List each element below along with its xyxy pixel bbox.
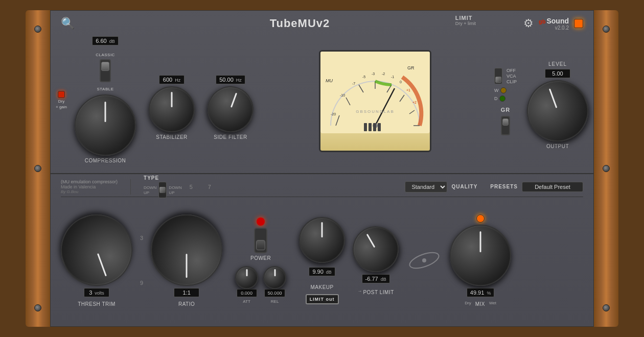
mix-led [476, 214, 485, 223]
toggle-mini-handle [495, 77, 501, 83]
sound-text: Sound [546, 17, 569, 25]
off-vca-clip-toggle[interactable] [494, 68, 502, 84]
thresh-trim-section: 3 volts THRESH TRIM [61, 214, 132, 307]
type-toggle[interactable] [158, 182, 167, 198]
svg-text:-1: -1 [391, 75, 394, 79]
power-toggle-handle [256, 240, 265, 250]
divider-1 [130, 179, 131, 195]
quality-section: Standard QUALITY [405, 181, 477, 192]
limit-header-section: LIMIT Dry + limit [455, 15, 476, 26]
top-controls-row: Dry + gain 6.60 dB CLASSIC [51, 36, 593, 168]
dry-limit-label: Dry + limit [455, 21, 476, 26]
vu-meter-area: MU GR [266, 47, 484, 152]
up-label: UP [169, 190, 181, 195]
toggle-handle [101, 62, 109, 71]
mix-knob[interactable] [450, 225, 511, 286]
svg-text:GR: GR [407, 65, 415, 70]
ratio-knob[interactable] [151, 214, 222, 286]
type-section: TYPE DOWN UP DOWN UP [144, 175, 182, 198]
svg-text:-3: -3 [372, 72, 375, 76]
mix-dry-label: Dry [465, 301, 471, 305]
level-label: LEVEL [548, 61, 567, 67]
rel-knob[interactable] [263, 266, 286, 289]
power-led [257, 218, 265, 226]
d-led [499, 95, 505, 102]
w-led [500, 87, 507, 93]
rel-value: 50.000 [264, 289, 286, 297]
output-label: OUTPUT [546, 143, 569, 149]
power-toggle[interactable] [254, 228, 267, 253]
post-limit-knob[interactable] [344, 218, 407, 280]
makeup-knob[interactable] [299, 217, 345, 263]
vu-meter: MU GR [319, 50, 431, 152]
mix-value-display: 49.91 % [467, 288, 495, 297]
ratio-markers-top: 5 7 [190, 184, 211, 190]
post-limit-section: -6.77 dB → POST LIMIT [353, 226, 399, 295]
post-limit-value-display: -6.77 dB [362, 274, 390, 283]
top-section: 🔍 TubeMUv2 ⚙ gb Sound v2.0.2 [51, 11, 593, 174]
rel-label: REL [271, 299, 279, 304]
stabilizer-knob[interactable] [149, 86, 195, 132]
gb-logo [406, 243, 442, 278]
off-vca-clip-row: OFF VCA CLIP [494, 68, 517, 84]
makeup-value-display: 9.90 dB [309, 267, 335, 276]
stabilizer-label: STABILIZER [156, 134, 188, 140]
dry-gain-led [58, 91, 65, 98]
side-filter-knob[interactable] [201, 80, 260, 138]
compression-knob[interactable] [75, 94, 136, 156]
power-label: POWER [250, 255, 271, 261]
bottom-main-controls: 3 volts THRESH TRIM 3 9 1:1 RATIO [61, 200, 583, 321]
stabilizer-value-display: 600 Hz [159, 75, 185, 84]
info-block: (MU emulation compressor) Made in Valenc… [61, 179, 118, 194]
preset-display[interactable]: Default Preset [522, 182, 583, 192]
svg-text:0: 0 [400, 80, 402, 84]
presets-label: PRESETS [490, 184, 518, 189]
screw-tr [603, 26, 610, 33]
output-value-display: 5.00 [545, 69, 570, 78]
w-item: W [494, 87, 507, 93]
quality-dropdown[interactable]: Standard [405, 181, 447, 192]
screw-ml [34, 165, 41, 172]
screw-bl [34, 304, 41, 311]
main-panel: 🔍 TubeMUv2 ⚙ gb Sound v2.0.2 [50, 10, 594, 327]
thresh-trim-knob[interactable] [51, 204, 142, 296]
output-knob[interactable] [518, 71, 597, 150]
dry-gain-section: Dry + gain [56, 91, 67, 109]
att-value: 0.000 [237, 289, 257, 297]
gb-brand-text: gb [539, 18, 545, 25]
d-item: D [494, 95, 506, 102]
gr-toggle[interactable] [501, 116, 510, 135]
gr-toggle-handle [502, 118, 509, 126]
thresh-trim-value: 3 volts [84, 288, 109, 297]
svg-rect-24 [364, 123, 367, 131]
svg-rect-27 [378, 123, 381, 131]
svg-text:+1: +1 [406, 88, 410, 92]
svg-rect-25 [369, 123, 372, 131]
svg-text:-10: -10 [340, 93, 345, 97]
svg-text:+2: +2 [412, 101, 417, 104]
plugin-title: TubeMUv2 [270, 17, 330, 30]
stabilizer-section: 600 Hz STABILIZER [149, 75, 195, 140]
gear-button[interactable]: ⚙ [523, 17, 534, 30]
classic-toggle[interactable] [100, 59, 111, 82]
svg-point-29 [422, 258, 426, 262]
ratio-section: 1:1 RATIO [151, 214, 222, 307]
makeup-section: 9.90 dB MAKEUP LIMIT out [299, 217, 345, 304]
mix-section: 49.91 % Dry MIX Wet [450, 214, 511, 307]
type-label: TYPE [144, 175, 159, 181]
svg-rect-26 [373, 123, 376, 131]
search-button[interactable]: 🔍 [61, 17, 76, 30]
svg-text:MU: MU [326, 78, 333, 83]
header-bar: 🔍 TubeMUv2 ⚙ gb Sound v2.0.2 [51, 11, 593, 36]
level-output-section: LEVEL 5.00 OUTPUT [527, 61, 588, 149]
limit-out-button[interactable]: LIMIT out [306, 294, 339, 304]
att-rel-group: 0.000 ATT 50.000 REL [235, 266, 286, 304]
vu-meter-face: MU GR [320, 52, 430, 151]
switch-labels: OFF VCA CLIP [507, 68, 517, 84]
mix-wet-label: Wet [489, 301, 496, 305]
att-knob[interactable] [235, 266, 258, 289]
rel-section: 50.000 REL [263, 266, 286, 304]
svg-text:-20: -20 [331, 112, 336, 116]
presets-section: PRESETS Default Preset [490, 182, 583, 192]
svg-text:-2: -2 [382, 72, 385, 76]
